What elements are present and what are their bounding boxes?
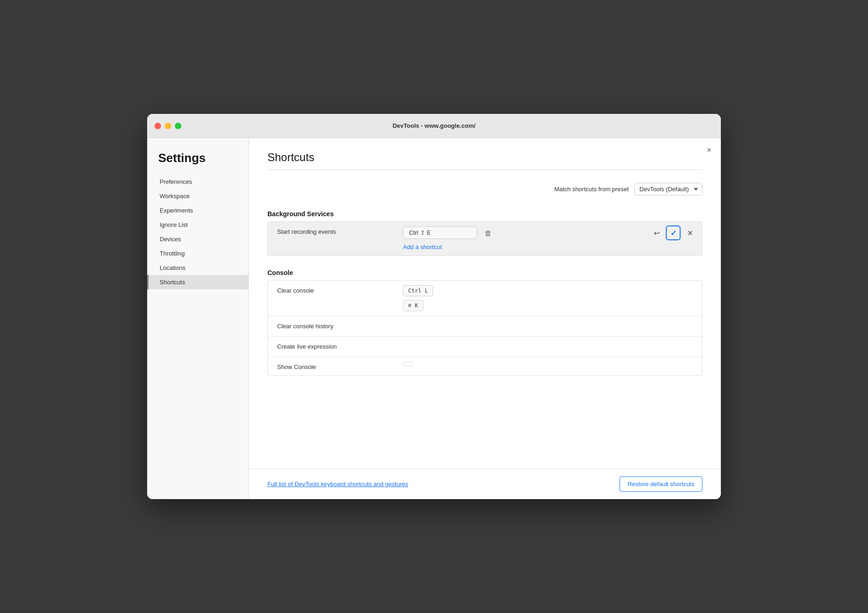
key-badge [403, 362, 413, 366]
console-table: Clear console Ctrl L ⌘ K Clear conso [267, 280, 702, 376]
background-services-table: Start recording events 🗑 Add a shortcut [267, 221, 702, 256]
restore-defaults-button[interactable]: Restore default shortcuts [620, 476, 702, 492]
full-list-link[interactable]: Full list of DevTools keyboard shortcuts… [267, 481, 408, 488]
titlebar: DevTools - www.google.com/ [147, 114, 721, 138]
background-services-title: Background Services [267, 210, 702, 218]
table-row: Clear console history [268, 316, 702, 337]
table-row: Start recording events 🗑 Add a shortcut [268, 222, 702, 256]
add-shortcut-row: Add a shortcut [403, 243, 639, 251]
settings-heading: Settings [147, 147, 248, 175]
key-badge: Ctrl L [403, 285, 433, 296]
shortcut-keys-area [397, 357, 702, 371]
key-input[interactable] [403, 226, 477, 239]
table-row: Clear console Ctrl L ⌘ K [268, 281, 702, 316]
sidebar-item-experiments[interactable]: Experiments [147, 203, 248, 218]
sidebar-item-devices[interactable]: Devices [147, 232, 248, 246]
add-shortcut-link[interactable]: Add a shortcut [403, 244, 442, 250]
shortcut-keys-row: Ctrl L [403, 285, 696, 296]
preset-row: Match shortcuts from preset DevTools (De… [267, 183, 702, 195]
main-panel: × Shortcuts Match shortcuts from preset … [249, 138, 721, 469]
content-area: Settings Preferences Workspace Experimen… [147, 138, 721, 499]
preset-select[interactable]: DevTools (Default) Visual Studio Code [634, 183, 702, 195]
shortcut-name: Show Console [268, 357, 397, 375]
shortcut-keys-area [397, 337, 702, 346]
cancel-edit-button[interactable]: ✕ [682, 225, 697, 240]
delete-shortcut-icon[interactable]: 🗑 [482, 228, 495, 238]
shortcut-keys-row: 🗑 [403, 226, 639, 239]
table-row: Show Console [268, 357, 702, 375]
shortcut-keys-row-2: ⌘ K [403, 300, 696, 311]
sidebar-item-workspace[interactable]: Workspace [147, 189, 248, 203]
sidebar-item-preferences[interactable]: Preferences [147, 175, 248, 189]
shortcut-name: Start recording events [268, 222, 397, 242]
shortcut-keys-row [403, 362, 696, 366]
sidebar-item-locations[interactable]: Locations [147, 261, 248, 275]
devtools-window: DevTools - www.google.com/ Settings Pref… [147, 114, 721, 499]
shortcut-keys-area [397, 316, 702, 325]
shortcut-keys-area: Ctrl L ⌘ K [397, 281, 702, 316]
shortcut-name: Create live expression [268, 337, 397, 357]
confirm-button[interactable]: ✓ [666, 225, 681, 240]
sidebar-item-throttling[interactable]: Throttling [147, 246, 248, 261]
main-container: × Shortcuts Match shortcuts from preset … [249, 138, 721, 499]
preset-label: Match shortcuts from preset [554, 186, 629, 193]
table-row: Create live expression [268, 337, 702, 357]
undo-button[interactable]: ↩ [649, 225, 664, 240]
key-badge: ⌘ K [403, 300, 423, 311]
action-icons: ↩ ✓ ✕ [645, 222, 702, 240]
window-controls [155, 123, 181, 129]
shortcut-name: Clear console [268, 281, 397, 300]
page-title: Shortcuts [267, 151, 702, 164]
close-window-button[interactable] [155, 123, 161, 129]
console-section-title: Console [267, 269, 702, 276]
panel-close-button[interactable]: × [707, 145, 712, 155]
window-title: DevTools - www.google.com/ [392, 122, 475, 129]
maximize-window-button[interactable] [175, 123, 181, 129]
shortcut-name: Clear console history [268, 316, 397, 336]
title-divider [267, 169, 702, 170]
shortcut-keys-area: 🗑 Add a shortcut [397, 222, 645, 256]
bottom-bar: Full list of DevTools keyboard shortcuts… [249, 469, 721, 499]
sidebar-item-ignore-list[interactable]: Ignore List [147, 218, 248, 232]
sidebar-item-shortcuts[interactable]: Shortcuts [147, 275, 248, 289]
sidebar: Settings Preferences Workspace Experimen… [147, 138, 249, 499]
minimize-window-button[interactable] [165, 123, 171, 129]
